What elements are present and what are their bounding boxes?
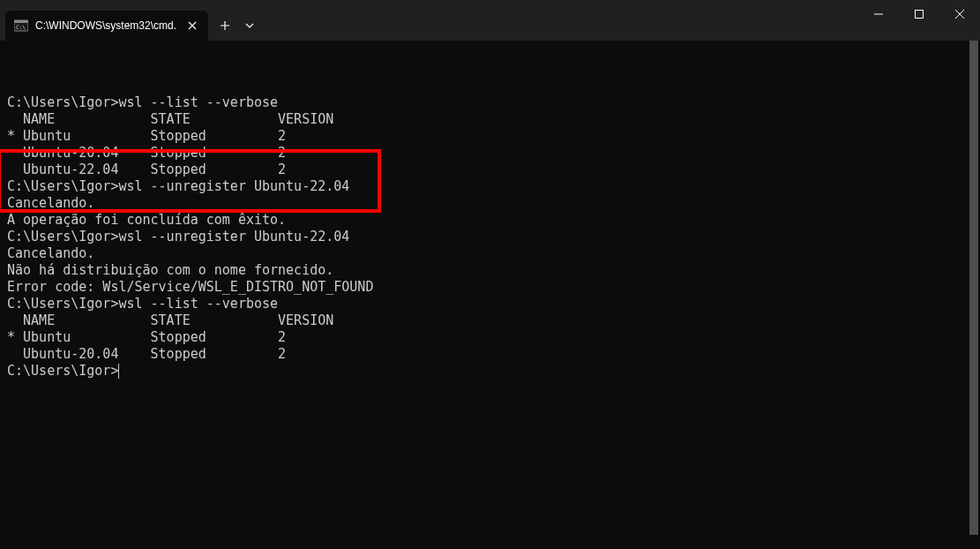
terminal-line: Ubuntu-20.04 Stopped 2 bbox=[7, 145, 973, 162]
tab-close-button[interactable] bbox=[185, 19, 199, 33]
tab-area: C:\ C:\WINDOWS\system32\cmd. bbox=[0, 0, 858, 41]
terminal-line: A operação foi concluída com êxito. bbox=[7, 212, 973, 229]
terminal-body[interactable]: C:\Users\Igor>wsl --list --verbose NAME … bbox=[0, 41, 980, 549]
terminal-window: C:\ C:\WINDOWS\system32\cmd. bbox=[0, 0, 980, 549]
svg-rect-3 bbox=[916, 11, 924, 19]
terminal-line: Cancelando. bbox=[7, 245, 973, 262]
titlebar: C:\ C:\WINDOWS\system32\cmd. bbox=[0, 0, 980, 41]
new-tab-button[interactable] bbox=[212, 12, 238, 39]
terminal-line: * Ubuntu Stopped 2 bbox=[7, 329, 973, 346]
terminal-line: Cancelando. bbox=[7, 195, 973, 212]
minimize-button[interactable] bbox=[858, 0, 899, 28]
terminal-line: NAME STATE VERSION bbox=[7, 312, 973, 329]
terminal-line: Ubuntu-22.04 Stopped 2 bbox=[7, 162, 973, 178]
tab-active[interactable]: C:\ C:\WINDOWS\system32\cmd. bbox=[5, 11, 208, 41]
cursor bbox=[118, 364, 119, 379]
tab-dropdown-button[interactable] bbox=[238, 12, 261, 39]
terminal-line: Error code: Wsl/Service/WSL_E_DISTRO_NOT… bbox=[7, 279, 973, 296]
window-controls bbox=[858, 0, 980, 35]
terminal-line: NAME STATE VERSION bbox=[7, 111, 973, 128]
terminal-line: C:\Users\Igor>wsl --unregister Ubuntu-22… bbox=[7, 178, 973, 195]
maximize-button[interactable] bbox=[899, 0, 939, 28]
cmd-icon: C:\ bbox=[14, 19, 28, 33]
scrollbar[interactable] bbox=[968, 41, 980, 549]
tab-title: C:\WINDOWS\system32\cmd. bbox=[35, 19, 178, 32]
scrollbar-thumb[interactable] bbox=[969, 41, 978, 535]
terminal-line: C:\Users\Igor>wsl --list --verbose bbox=[7, 296, 973, 312]
terminal-line: C:\Users\Igor> bbox=[7, 363, 973, 380]
terminal-line: Ubuntu-20.04 Stopped 2 bbox=[7, 346, 973, 363]
terminal-line: C:\Users\Igor>wsl --list --verbose bbox=[7, 94, 973, 111]
svg-text:C:\: C:\ bbox=[16, 24, 26, 30]
svg-rect-1 bbox=[14, 20, 28, 23]
close-window-button[interactable] bbox=[939, 0, 980, 28]
terminal-line: Não há distribuição com o nome fornecido… bbox=[7, 262, 973, 279]
terminal-line: C:\Users\Igor>wsl --unregister Ubuntu-22… bbox=[7, 229, 973, 245]
terminal-line: * Ubuntu Stopped 2 bbox=[7, 128, 973, 145]
